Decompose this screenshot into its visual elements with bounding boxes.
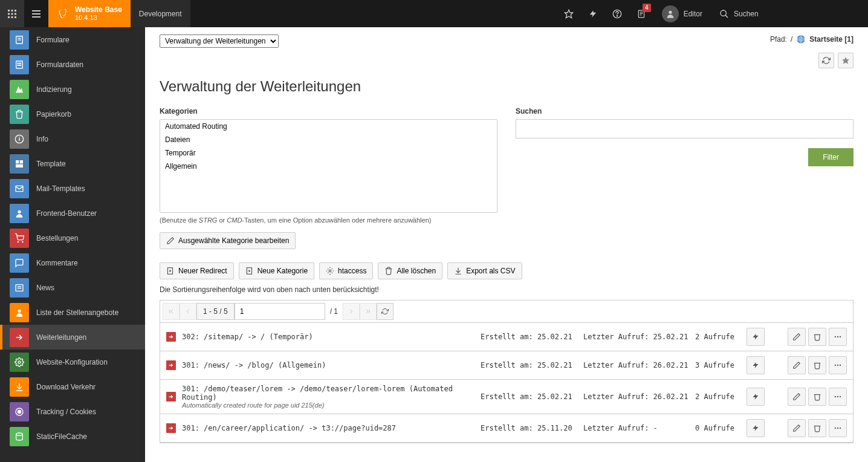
sidebar-item-formulardaten[interactable]: Formulardaten [0, 52, 145, 77]
row-flash-button[interactable] [747, 388, 765, 406]
sidebar-item-tracking[interactable]: Tracking / Cookies [0, 399, 145, 424]
sidebar-item-frontend-user[interactable]: Frontend-Benutzer [0, 201, 145, 226]
row-flash-button[interactable] [747, 328, 765, 346]
sidebar-item-formulare[interactable]: Formulare [0, 27, 145, 52]
pager-prev-button[interactable] [180, 303, 196, 320]
search-input[interactable] [516, 119, 853, 138]
categories-select[interactable]: Automated RoutingDateienTemporärAllgemei… [160, 119, 497, 213]
row-delete-button[interactable] [808, 419, 826, 437]
row-title: 301: /demo/teaser/lorem -> /demo/teaser/… [182, 385, 474, 409]
redirect-row-icon [166, 423, 176, 433]
sidebar-item-template[interactable]: Template [0, 151, 145, 176]
category-option[interactable]: Automated Routing [160, 120, 497, 133]
news-icon [15, 283, 24, 293]
new-redirect-button[interactable]: Neuer Redirect [160, 262, 234, 279]
prev-icon [184, 308, 192, 315]
row-delete-button[interactable] [808, 328, 826, 346]
edit-category-button[interactable]: Ausgewählte Kategorie bearbeiten [160, 232, 296, 249]
list-icon [32, 10, 40, 18]
bookmark-page-button[interactable] [838, 53, 853, 68]
pager-page-input[interactable] [235, 303, 325, 320]
star-icon [841, 56, 850, 65]
row-edit-button[interactable] [788, 388, 806, 406]
sidebar-item-news[interactable]: News [0, 275, 145, 300]
user-menu[interactable]: Editor [653, 0, 711, 27]
svg-point-46 [16, 433, 23, 435]
brand[interactable]: Website Base 10.4.13 [48, 0, 131, 27]
row-created: Erstellt am: 25.02.21 [481, 333, 577, 341]
category-option[interactable]: Temporär [160, 146, 497, 160]
sidebar-item-kommentare[interactable]: Kommentare [0, 250, 145, 275]
help-icon [612, 9, 622, 19]
sidebar-item-website-config[interactable]: Website-Konfiguration [0, 350, 145, 374]
row-edit-button[interactable] [788, 419, 806, 437]
global-search[interactable]: Suchen [711, 0, 868, 27]
list-menu-button[interactable] [24, 0, 48, 27]
row-flash-button[interactable] [747, 419, 765, 437]
sidebar-item-papierkorb[interactable]: Papierkorb [0, 102, 145, 126]
pager-last-button[interactable] [360, 303, 377, 320]
form-data-icon [15, 60, 24, 70]
svg-rect-0 [8, 10, 10, 11]
svg-rect-4 [11, 13, 13, 15]
sidebar-item-indizierung[interactable]: Indizierung [0, 77, 145, 102]
svg-rect-27 [18, 62, 22, 63]
sidebar-item-bestellungen[interactable]: Bestellungen [0, 226, 145, 250]
mail-icon [15, 184, 24, 194]
row-edit-button[interactable] [788, 328, 806, 346]
sidebar-item-label: Bestellungen [36, 234, 78, 242]
sidebar-item-label: Template [36, 160, 66, 168]
row-more-button[interactable] [829, 419, 847, 437]
environment-badge: Development [131, 0, 190, 27]
reload-button[interactable] [818, 53, 834, 68]
category-option[interactable]: Allgemein [160, 160, 497, 173]
delete-all-button[interactable]: Alle löschen [378, 262, 442, 279]
pager-first-button[interactable] [163, 303, 180, 320]
help-button[interactable] [605, 0, 629, 27]
sidebar-item-label: StaticFileCache [36, 432, 87, 441]
bookmark-button[interactable] [557, 0, 581, 27]
row-title: 301: /news/ -> /blog/ (Allgemein) [182, 361, 474, 369]
row-more-button[interactable] [829, 328, 847, 346]
category-option[interactable]: Dateien [160, 133, 497, 146]
row-more-button[interactable] [829, 388, 847, 406]
pager-reload-button[interactable] [377, 303, 394, 320]
more-icon [834, 392, 842, 401]
apps-menu-button[interactable] [0, 0, 24, 27]
row-calls: 0 Aufrufe [695, 424, 740, 432]
sidebar-item-info[interactable]: iInfo [0, 126, 145, 151]
sidebar-item-jobs[interactable]: Liste der Stellenangebote [0, 300, 145, 325]
module-selector[interactable]: Verwaltung der Weiterleitungen [160, 34, 279, 48]
svg-marker-71 [753, 425, 759, 431]
categories-label: Kategorien [160, 107, 497, 116]
row-more-button[interactable] [829, 356, 847, 374]
pager-next-button[interactable] [343, 303, 360, 320]
export-csv-button[interactable]: Export als CSV [447, 262, 522, 279]
svg-rect-9 [32, 10, 40, 11]
htaccess-button[interactable]: htaccess [319, 262, 373, 279]
sidebar-item-label: Info [36, 135, 48, 143]
path-page[interactable]: Startseite [1] [809, 35, 853, 44]
row-delete-button[interactable] [808, 388, 826, 406]
row-edit-button[interactable] [788, 356, 806, 374]
cache-button[interactable] [581, 0, 605, 27]
sidebar-item-redirects[interactable]: Weiterleitungen [0, 325, 145, 350]
new-category-button[interactable]: Neue Kategorie [239, 262, 314, 279]
more-icon [834, 424, 842, 432]
last-icon [364, 308, 372, 315]
notifications-button[interactable]: 4 [629, 0, 653, 27]
globe-icon [796, 34, 806, 44]
row-flash-button[interactable] [747, 356, 765, 374]
row-calls: 2 Aufrufe [695, 392, 740, 401]
sidebar-item-mail-templates[interactable]: Mail-Templates [0, 176, 145, 201]
row-delete-button[interactable] [808, 356, 826, 374]
trash-icon [15, 109, 24, 119]
row-last-access: Letzter Aufruf: 26.02.21 [583, 392, 689, 401]
sidebar-item-download-traffic[interactable]: Download Verkehr [0, 374, 145, 399]
svg-marker-67 [753, 394, 759, 400]
row-created: Erstellt am: 25.02.21 [481, 392, 577, 401]
svg-rect-34 [16, 164, 23, 167]
svg-point-42 [18, 309, 21, 312]
sidebar-item-static-cache[interactable]: StaticFileCache [0, 424, 145, 449]
filter-button[interactable]: Filter [808, 148, 853, 166]
